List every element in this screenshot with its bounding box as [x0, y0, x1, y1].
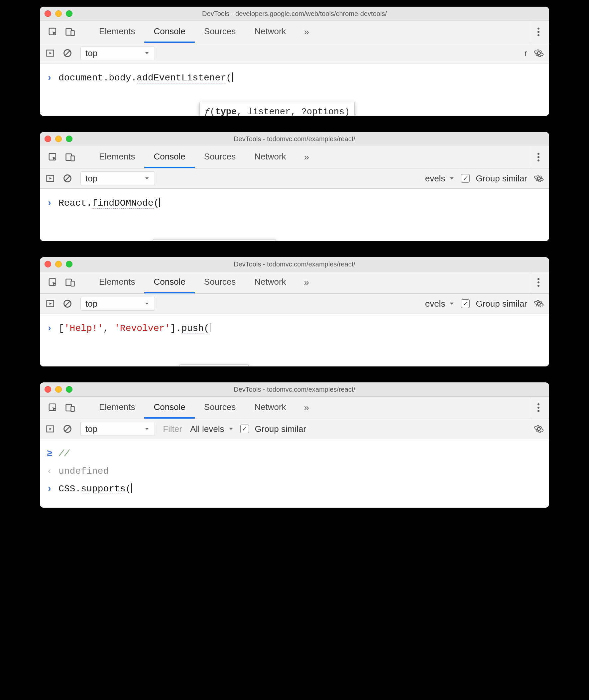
console-gutter-icon: ›: [46, 71, 53, 86]
tabs-overflow-icon[interactable]: »: [296, 272, 318, 293]
tab-elements[interactable]: Elements: [90, 397, 144, 419]
group-similar-checkbox[interactable]: ✓: [461, 174, 470, 183]
inspect-element-icon[interactable]: [47, 402, 58, 413]
tab-elements[interactable]: Elements: [90, 272, 144, 293]
tab-sources[interactable]: Sources: [195, 146, 245, 168]
console-output[interactable]: ƒ(componentOrElement) › React.findDOMNod…: [40, 189, 549, 241]
toggle-device-toolbar-icon[interactable]: [64, 26, 76, 38]
devtools-menu-icon[interactable]: [531, 272, 546, 293]
signature-tooltip: ƒ(...items): [180, 364, 249, 366]
toggle-console-sidebar-icon[interactable]: [44, 47, 56, 59]
svg-point-3: [538, 28, 540, 30]
console-settings-icon[interactable]: [533, 47, 545, 59]
window-title: DevTools - developers.google.com/web/too…: [40, 10, 549, 18]
tab-network[interactable]: Network: [245, 21, 295, 43]
console-output[interactable]: ƒ(...items) › ['Help!', 'Revolver'].push…: [40, 314, 549, 366]
minimize-window-icon[interactable]: [55, 261, 62, 268]
console-line[interactable]: › ['Help!', 'Revolver'].push(: [44, 320, 545, 338]
tab-sources[interactable]: Sources: [195, 272, 245, 293]
zoom-window-icon[interactable]: [66, 135, 72, 142]
zoom-window-icon[interactable]: [66, 386, 72, 393]
close-window-icon[interactable]: [44, 386, 51, 393]
svg-point-9: [538, 52, 540, 54]
tabs-overflow-icon[interactable]: »: [296, 397, 318, 419]
toggle-console-sidebar-icon[interactable]: [44, 423, 56, 434]
zoom-window-icon[interactable]: [66, 10, 72, 17]
clear-console-icon[interactable]: [62, 47, 73, 59]
tab-network[interactable]: Network: [245, 146, 295, 168]
console-output[interactable]: ƒ(type, listener, ?options) › document.b…: [40, 63, 549, 116]
tab-console[interactable]: Console: [144, 397, 194, 419]
group-similar-checkbox[interactable]: ✓: [240, 425, 249, 433]
log-levels-dropdown[interactable]: evels: [425, 299, 455, 309]
console-settings-icon[interactable]: [533, 423, 545, 434]
svg-point-24: [538, 281, 540, 283]
tab-console[interactable]: Console: [144, 21, 194, 43]
minimize-window-icon[interactable]: [55, 135, 62, 142]
inspect-element-icon[interactable]: [47, 151, 58, 163]
tabs-overflow-icon[interactable]: »: [296, 146, 318, 168]
devtools-menu-icon[interactable]: [531, 146, 546, 168]
tab-sources[interactable]: Sources: [195, 397, 245, 419]
tabs-overflow-icon[interactable]: »: [296, 21, 318, 43]
execution-context-dropdown[interactable]: top: [80, 46, 155, 60]
devtools-window: DevTools - developers.google.com/web/too…: [40, 7, 549, 116]
zoom-window-icon[interactable]: [66, 261, 72, 268]
tab-network[interactable]: Network: [245, 397, 295, 419]
toggle-console-sidebar-icon[interactable]: [44, 298, 56, 309]
window-titlebar[interactable]: DevTools - todomvc.com/examples/react/: [40, 132, 549, 146]
clear-console-icon[interactable]: [62, 423, 73, 434]
inspect-element-icon[interactable]: [47, 277, 58, 288]
console-code[interactable]: document.body.addEventListener(: [58, 71, 233, 86]
console-line: ‹ undefined: [44, 463, 545, 480]
execution-context-dropdown[interactable]: top: [80, 422, 155, 436]
console-code: //: [58, 446, 70, 461]
svg-point-39: [538, 428, 540, 430]
console-code[interactable]: ['Help!', 'Revolver'].push(: [58, 321, 210, 336]
execution-context-dropdown[interactable]: top: [80, 171, 155, 186]
clear-console-icon[interactable]: [62, 173, 73, 184]
console-toolbar: top evels ✓ Group similar: [40, 168, 549, 189]
devtools-menu-icon[interactable]: [531, 397, 546, 419]
toggle-device-toolbar-icon[interactable]: [64, 277, 76, 288]
window-titlebar[interactable]: DevTools - todomvc.com/examples/react/: [40, 257, 549, 272]
console-gutter-icon: ›: [46, 196, 53, 211]
tab-network[interactable]: Network: [245, 272, 295, 293]
clear-console-icon[interactable]: [62, 298, 73, 309]
tab-console[interactable]: Console: [144, 146, 194, 168]
close-window-icon[interactable]: [44, 135, 51, 142]
inspect-element-icon[interactable]: [47, 26, 58, 38]
devtools-window: DevTools - todomvc.com/examples/react/ E…: [40, 132, 549, 241]
close-window-icon[interactable]: [44, 261, 51, 268]
console-gutter-icon: ‹: [46, 464, 53, 479]
tab-elements[interactable]: Elements: [90, 21, 144, 43]
minimize-window-icon[interactable]: [55, 386, 62, 393]
console-line[interactable]: › document.body.addEventListener(: [44, 69, 545, 87]
window-titlebar[interactable]: DevTools - todomvc.com/examples/react/: [40, 382, 549, 397]
svg-point-13: [538, 153, 540, 155]
console-line[interactable]: › React.findDOMNode(: [44, 195, 545, 212]
toggle-device-toolbar-icon[interactable]: [64, 151, 76, 163]
console-line[interactable]: › CSS.supports(: [44, 480, 545, 498]
console-settings-icon[interactable]: [533, 298, 545, 309]
group-similar-checkbox[interactable]: ✓: [461, 299, 470, 308]
close-window-icon[interactable]: [44, 10, 51, 17]
toggle-device-toolbar-icon[interactable]: [64, 402, 76, 413]
tab-elements[interactable]: Elements: [90, 146, 144, 168]
console-settings-icon[interactable]: [533, 173, 545, 184]
log-levels-dropdown[interactable]: evels: [425, 173, 455, 184]
console-code[interactable]: React.findDOMNode(: [58, 196, 160, 211]
devtools-menu-icon[interactable]: [531, 21, 546, 43]
execution-context-dropdown[interactable]: top: [80, 297, 155, 311]
tab-console[interactable]: Console: [144, 272, 194, 293]
svg-rect-22: [71, 281, 74, 286]
console-output[interactable]: ƒ(conditionText)ƒ(property, value) ≥ // …: [40, 439, 549, 507]
minimize-window-icon[interactable]: [55, 10, 62, 17]
console-code[interactable]: CSS.supports(: [58, 482, 132, 497]
log-levels-dropdown[interactable]: All levels: [190, 424, 234, 434]
filter-input[interactable]: Filter: [161, 424, 184, 434]
window-titlebar[interactable]: DevTools - developers.google.com/web/too…: [40, 7, 549, 21]
toggle-console-sidebar-icon[interactable]: [44, 173, 56, 184]
console-gutter-icon: ›: [46, 482, 53, 497]
tab-sources[interactable]: Sources: [195, 21, 245, 43]
